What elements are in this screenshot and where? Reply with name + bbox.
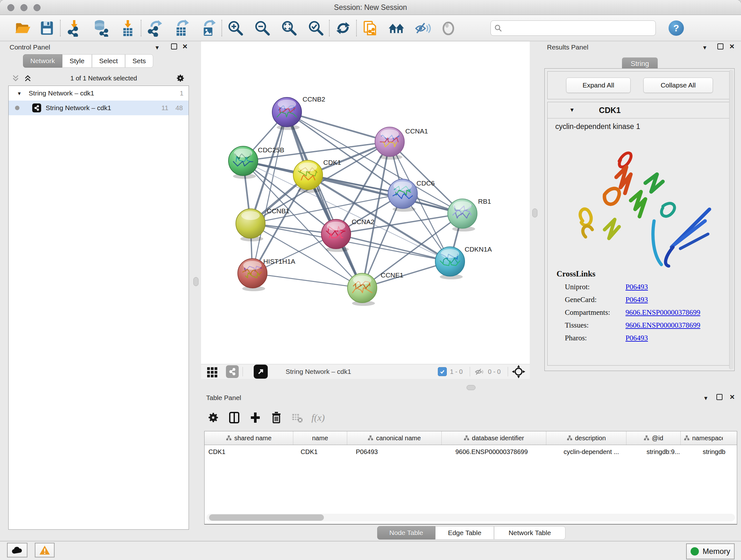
show-graphics-details-button[interactable]: [440, 19, 457, 37]
right-splitter-handle[interactable]: [532, 208, 537, 217]
column-header[interactable]: description: [546, 431, 626, 445]
hidden-eye-icon[interactable]: [474, 366, 485, 377]
cell-namespace: stringdb: [697, 448, 737, 455]
column-header[interactable]: name: [293, 431, 347, 445]
node-label: HIST1H1A: [263, 258, 295, 265]
network-collection-row[interactable]: ▼ String Network – cdk1 1: [9, 86, 189, 101]
expand-all-chevron-icon[interactable]: [23, 74, 32, 82]
tab-edge-table[interactable]: Edge Table: [435, 526, 494, 540]
column-header[interactable]: shared name: [205, 431, 293, 445]
network-node-RB1[interactable]: [448, 199, 477, 232]
column-header[interactable]: database identifier: [442, 431, 546, 445]
add-column-icon[interactable]: [249, 411, 262, 424]
zoom-out-button[interactable]: [254, 19, 271, 37]
import-network-button[interactable]: [65, 19, 83, 37]
crosslink-link[interactable]: 9606.ENSP00000378699: [625, 308, 700, 317]
column-header[interactable]: canonical name: [347, 431, 442, 445]
network-canvas[interactable]: CCNB2CCNA1CDC25BCDK1CDC6RB1CCNB1CCNA2CDK…: [201, 42, 530, 364]
share-view-icon[interactable]: [226, 365, 239, 378]
results-panel-menu-icon[interactable]: ▼: [702, 45, 708, 51]
show-columns-icon[interactable]: [228, 411, 241, 424]
network-node-CDKN1A[interactable]: [435, 247, 465, 279]
section-collapse-icon[interactable]: ▼: [569, 107, 575, 113]
column-header[interactable]: namespace: [681, 431, 737, 445]
control-panel-float-icon[interactable]: [171, 44, 177, 50]
network-edge[interactable]: [253, 273, 362, 288]
results-scrollbar[interactable]: [729, 70, 733, 369]
refresh-button[interactable]: [334, 19, 352, 37]
import-network-from-database-button[interactable]: [92, 19, 110, 37]
help-button[interactable]: ?: [669, 20, 684, 36]
import-table-button[interactable]: [119, 19, 136, 37]
memory-button[interactable]: Memory: [686, 543, 735, 559]
table-row[interactable]: CDK1 CDK1 P06493 9606.ENSP00000378699 cy…: [205, 445, 737, 458]
search-field[interactable]: [490, 20, 656, 36]
control-panel-menu-icon[interactable]: ▼: [154, 45, 160, 51]
cloud-status-button[interactable]: [7, 543, 27, 557]
gear-icon[interactable]: [176, 73, 185, 83]
network-node-CDC25B[interactable]: [228, 146, 258, 179]
zoom-fit-button[interactable]: [280, 19, 298, 37]
network-edge[interactable]: [336, 234, 450, 261]
table-panel-close-icon[interactable]: ×: [730, 392, 735, 402]
collapse-all-button[interactable]: Collapse All: [643, 78, 713, 93]
selected-checkbox[interactable]: [438, 367, 447, 376]
delete-column-trash-icon[interactable]: [270, 411, 283, 424]
table-settings-gear-icon[interactable]: [207, 411, 219, 424]
tab-node-table[interactable]: Node Table: [377, 526, 435, 540]
table-panel-menu-icon[interactable]: ▼: [703, 395, 709, 401]
collapse-all-chevron-icon[interactable]: [11, 74, 20, 82]
import-network-from-clipboard-button[interactable]: [361, 19, 379, 37]
network-node-CCNB2[interactable]: [272, 98, 301, 130]
table-splitter-handle[interactable]: [467, 385, 475, 390]
import-network-icon: [65, 19, 83, 37]
tab-select[interactable]: Select: [92, 54, 125, 68]
network-edge[interactable]: [287, 112, 390, 142]
network-node-CCNE1[interactable]: [347, 273, 377, 306]
save-session-button[interactable]: [38, 19, 56, 37]
title-bar: Session: New Session: [0, 0, 741, 15]
crosslink-link[interactable]: P06493: [625, 296, 648, 304]
warning-status-button[interactable]: [35, 543, 55, 557]
crosslink-link[interactable]: 9606.ENSP00000378699: [625, 321, 700, 329]
export-network-button[interactable]: [146, 19, 163, 37]
search-input[interactable]: [502, 24, 652, 32]
left-splitter-handle[interactable]: [193, 277, 199, 286]
export-table-icon: [173, 19, 190, 37]
birds-eye-icon[interactable]: [512, 365, 525, 378]
network-node-CCNB1[interactable]: [236, 209, 265, 241]
zoom-in-button[interactable]: [227, 19, 244, 37]
detach-view-icon[interactable]: [254, 365, 268, 379]
export-image-button[interactable]: [200, 19, 217, 37]
network-node-CCNA2[interactable]: [321, 219, 351, 252]
table-panel-float-icon[interactable]: [717, 394, 723, 400]
node-label: CCNE1: [381, 271, 403, 279]
network-row[interactable]: String Network – cdk1 11 48: [9, 101, 189, 115]
network-node-CCNA1[interactable]: [375, 127, 404, 160]
collection-expand-icon[interactable]: ▼: [17, 91, 22, 96]
expand-all-button[interactable]: Expand All: [566, 78, 630, 93]
grid-view-icon[interactable]: [206, 366, 218, 378]
network-node-CDC6[interactable]: [388, 179, 417, 212]
scrollbar-thumb[interactable]: [209, 514, 324, 521]
string-home-button[interactable]: [388, 19, 405, 37]
export-table-button[interactable]: [173, 19, 190, 37]
network-edge[interactable]: [253, 112, 287, 273]
toggle-glass-effect-button[interactable]: [414, 19, 431, 37]
table-horizontal-scrollbar[interactable]: [206, 514, 735, 521]
open-session-button[interactable]: [14, 19, 31, 37]
crosslink-link[interactable]: P06493: [625, 334, 648, 342]
gene-section-header[interactable]: ▼ CDK1: [548, 102, 731, 118]
tab-network-table[interactable]: Network Table: [494, 526, 565, 540]
control-panel-close-icon[interactable]: ×: [183, 42, 187, 51]
network-node-HIST1H1A[interactable]: [238, 259, 267, 291]
tab-sets[interactable]: Sets: [125, 54, 153, 68]
tab-network[interactable]: Network: [23, 54, 62, 68]
results-panel-close-icon[interactable]: ×: [730, 42, 734, 51]
node-label: CCNA1: [405, 127, 428, 135]
tab-style[interactable]: Style: [62, 54, 92, 68]
crosslink-link[interactable]: P06493: [625, 283, 648, 291]
zoom-selected-button[interactable]: [307, 19, 325, 37]
column-header[interactable]: @id: [626, 431, 681, 445]
results-panel-float-icon[interactable]: [718, 44, 724, 50]
